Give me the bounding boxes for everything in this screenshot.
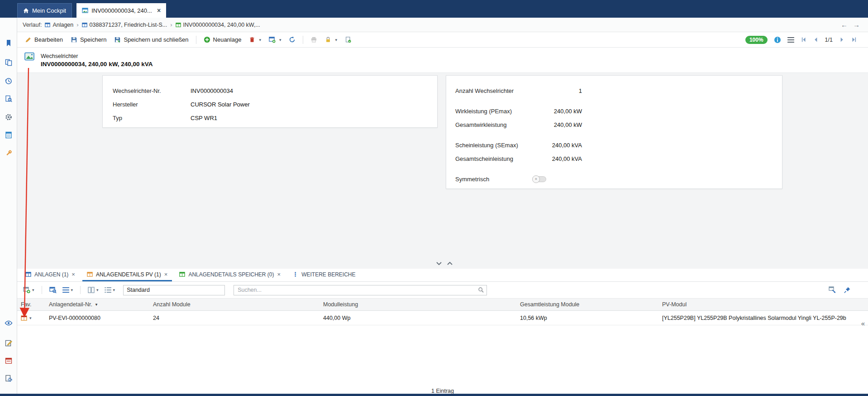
- pin-icon[interactable]: [844, 286, 851, 294]
- row-dropdown-caret-icon[interactable]: ▾: [29, 316, 32, 320]
- export-grid-icon[interactable]: [829, 286, 836, 294]
- search-document-icon[interactable]: [5, 95, 12, 102]
- dropdown-caret-icon[interactable]: ▾: [71, 288, 73, 292]
- dropdown-caret-icon[interactable]: ▾: [279, 38, 281, 42]
- column-header-anzahl-module[interactable]: Anzahl Module: [149, 301, 320, 308]
- grid-search: [234, 285, 487, 295]
- plus-circle-icon: [204, 36, 210, 43]
- save-close-button[interactable]: Speichern und schließen: [111, 34, 191, 45]
- info-icon[interactable]: [774, 36, 781, 43]
- grid-icon-blue: [25, 271, 31, 277]
- collapse-panel-icon[interactable]: «: [861, 319, 865, 327]
- dropdown-caret-icon[interactable]: ▾: [96, 288, 99, 292]
- tab-anlagen[interactable]: ANLAGEN (1) ×: [21, 269, 80, 281]
- field-label: Gesamtscheinleistung: [455, 155, 546, 162]
- column-header-gesamtleistung-module[interactable]: Gesamtleistung Module: [516, 301, 658, 308]
- document-settings-icon[interactable]: [5, 375, 12, 382]
- history-forward-icon[interactable]: →: [853, 21, 860, 29]
- field-value: CSP WR1: [191, 115, 217, 121]
- history-label: Verlauf:: [23, 22, 42, 28]
- column-header-modulleistung[interactable]: Modulleistung: [320, 301, 516, 308]
- report-document-icon[interactable]: [5, 131, 12, 139]
- menu-icon[interactable]: [787, 37, 794, 43]
- tab-mein-cockpit[interactable]: Mein Cockpit: [17, 3, 72, 18]
- history-back-icon[interactable]: ←: [841, 21, 848, 29]
- prev-page-icon[interactable]: [813, 37, 819, 43]
- grid-icon-orange: [87, 271, 93, 277]
- watch-eye-icon[interactable]: [5, 320, 13, 326]
- close-tab-icon[interactable]: ×: [164, 271, 168, 278]
- gear-icon[interactable]: [5, 113, 12, 121]
- copy-record-button[interactable]: ▾: [266, 34, 285, 45]
- tab-anlagendetails-pv[interactable]: ANLAGENDETAILS PV (1) ×: [82, 269, 172, 281]
- edit-button[interactable]: Bearbeiten: [22, 34, 66, 45]
- field-value: 240,00 kVA: [546, 155, 582, 162]
- dropdown-caret-icon[interactable]: ▾: [32, 288, 34, 292]
- breadcrumb-item-wechselrichter[interactable]: INV0000000034, 240,00 kW,...: [176, 22, 260, 28]
- search-input[interactable]: [234, 285, 487, 295]
- close-tab-icon[interactable]: ×: [72, 271, 75, 278]
- symmetrisch-toggle[interactable]: ×: [533, 176, 546, 182]
- tab-anlagendetails-speicher[interactable]: ANLAGENDETAILS SPEICHER (0) ×: [175, 269, 285, 281]
- column-header-pv-modul[interactable]: PV-Modul: [658, 301, 868, 308]
- list-options-button[interactable]: ▾: [61, 286, 75, 294]
- dropdown-caret-icon[interactable]: ▾: [113, 288, 115, 292]
- open-search-view-button[interactable]: [48, 285, 58, 295]
- lock-button[interactable]: ▾: [322, 34, 340, 45]
- tools-wrench-icon[interactable]: [5, 150, 12, 157]
- checkout-button[interactable]: [342, 34, 354, 45]
- close-tab-icon[interactable]: ×: [277, 271, 281, 278]
- notes-icon[interactable]: [5, 339, 12, 347]
- home-icon: [23, 8, 29, 14]
- chevron-down-icon[interactable]: [436, 261, 442, 266]
- data-quality-badge[interactable]: 100%: [745, 36, 768, 44]
- field-row: Wirkleistung (PEmax) 240,00 kW: [446, 104, 782, 118]
- chevron-up-icon[interactable]: [447, 261, 453, 266]
- pv-detail-entity-icon[interactable]: [21, 315, 27, 321]
- column-header-fav[interactable]: Fav.: [17, 301, 45, 308]
- columns-button[interactable]: ▾: [86, 286, 100, 294]
- print-button[interactable]: [307, 34, 320, 45]
- breadcrumb-item-anlagen[interactable]: Anlagen: [45, 22, 73, 28]
- dropdown-caret-icon[interactable]: ▾: [259, 38, 261, 42]
- subarea-tab-strip: ANLAGEN (1) × ANLAGENDETAILS PV (1) × AN…: [17, 269, 868, 282]
- grouping-button[interactable]: ▾: [103, 286, 117, 294]
- trash-icon: [249, 36, 255, 43]
- dropdown-caret-icon[interactable]: ▾: [335, 38, 337, 42]
- refresh-icon: [289, 36, 296, 43]
- top-tab-bar: Mein Cockpit INV0000000034, 240... ×: [0, 0, 868, 18]
- view-selector-input[interactable]: [123, 285, 225, 295]
- first-page-icon[interactable]: [801, 37, 806, 43]
- add-row-button[interactable]: ▾: [22, 285, 36, 295]
- table-row[interactable]: ▾ PV-EVI-0000000080 24 440,00 Wp 10,56 k…: [17, 311, 868, 325]
- column-header-anlagendetail-nr[interactable]: Anlagendetail-Nr. ▼: [45, 301, 149, 308]
- history-icon[interactable]: [5, 77, 12, 85]
- refresh-button[interactable]: [286, 34, 299, 45]
- copy-pages-icon[interactable]: [5, 59, 12, 66]
- field-value: INV0000000034: [191, 87, 233, 94]
- grid-toolbar: ▾ ▾ ▾ ▾: [17, 282, 868, 298]
- columns-icon: [88, 287, 95, 293]
- next-page-icon[interactable]: [839, 37, 845, 43]
- panel-splitter: [436, 261, 453, 266]
- history-bar: Verlauf: Anlagen › 0388371237, Friedrich…: [17, 18, 868, 32]
- delete-button[interactable]: ▾: [246, 34, 264, 45]
- search-icon[interactable]: [478, 287, 484, 293]
- close-tab-icon[interactable]: ×: [157, 7, 161, 14]
- new-record-button[interactable]: Neuanlage: [200, 34, 245, 45]
- last-page-icon[interactable]: [851, 37, 857, 43]
- record-type-label: Wechselrichter: [41, 53, 78, 59]
- breadcrumb-separator: ›: [170, 21, 172, 28]
- save-button[interactable]: Speichern: [67, 34, 110, 45]
- floppy-icon: [71, 36, 77, 43]
- sort-icon[interactable]: ▼: [95, 303, 98, 307]
- tab-weitere-bereiche[interactable]: ⋮ WEITERE BEREICHE: [288, 269, 360, 281]
- breadcrumb-item-anlage[interactable]: 0388371237, Friedrich-List-S...: [82, 22, 167, 28]
- document-check-icon: [345, 36, 351, 43]
- record-header: Wechselrichter INV0000000034, 240,00 kW,…: [17, 48, 868, 72]
- calendar-icon[interactable]: [5, 357, 12, 364]
- tab-record[interactable]: INV0000000034, 240... ×: [76, 3, 166, 18]
- overflow-dots-icon: ⋮: [292, 271, 298, 278]
- bookmark-icon[interactable]: [5, 39, 12, 47]
- grid-toolbar-right: [829, 286, 868, 294]
